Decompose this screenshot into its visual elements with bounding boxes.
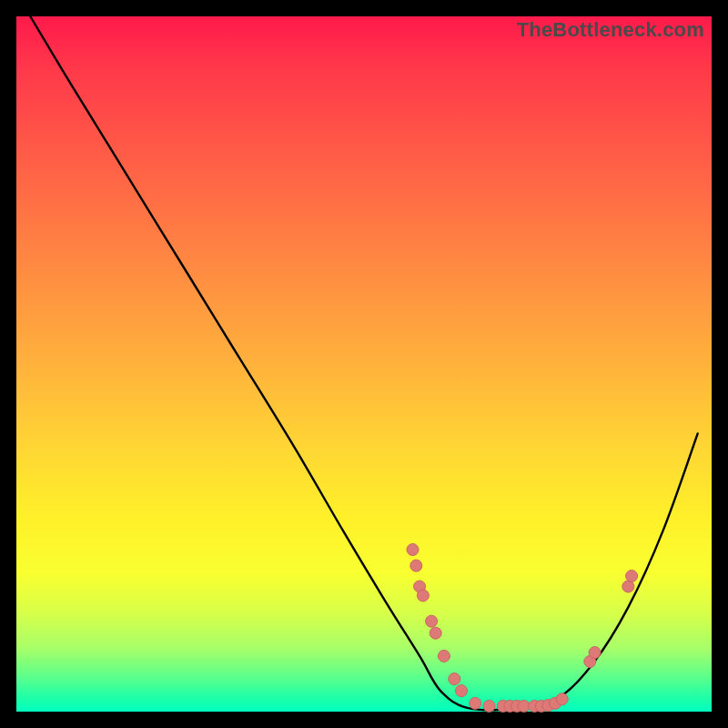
data-marker bbox=[438, 650, 450, 662]
chart-frame: TheBottleneck.com bbox=[0, 0, 728, 728]
bottleneck-curve bbox=[30, 16, 697, 710]
data-marker bbox=[430, 627, 441, 639]
data-marker bbox=[483, 700, 495, 712]
chart-svg bbox=[16, 16, 712, 712]
data-marker bbox=[456, 685, 468, 697]
data-marker bbox=[470, 697, 481, 709]
data-marker bbox=[426, 615, 438, 627]
data-marker bbox=[589, 647, 601, 659]
data-marker bbox=[556, 693, 568, 705]
data-marker bbox=[417, 590, 429, 602]
plot-area: TheBottleneck.com bbox=[16, 16, 712, 712]
data-marker bbox=[449, 673, 460, 685]
data-marker bbox=[626, 571, 638, 582]
data-marker bbox=[407, 544, 419, 556]
data-markers bbox=[407, 544, 638, 713]
data-marker bbox=[410, 560, 422, 571]
